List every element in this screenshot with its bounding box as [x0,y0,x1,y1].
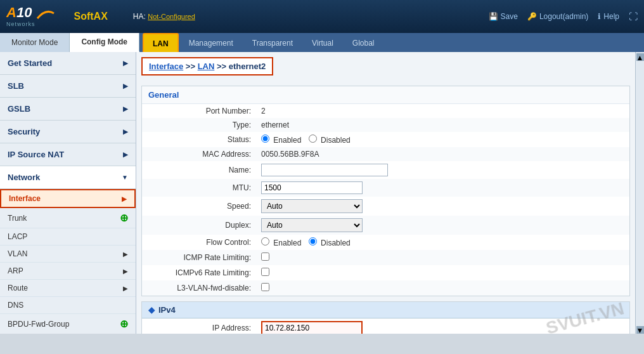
sidebar-item-get-started[interactable]: Get Started ▶ [0,52,136,75]
plus-icon: ⊕ [120,212,128,224]
logo-swoosh-icon [36,7,55,21]
logout-button[interactable]: 🔑 Logout(admin) [527,12,588,21]
sidebar-item-security[interactable]: Security ▶ [0,121,136,143]
sidebar-sub-vlan[interactable]: VLAN ▶ [0,246,136,263]
help-button[interactable]: ℹ Help [598,12,619,21]
sidebar-item-security-label: Security [8,127,40,136]
sidebar-sub-arp-label: ARP [8,266,23,275]
arrow-right-icon: ▶ [123,268,128,275]
arrow-right-icon: ▶ [123,285,128,292]
flow-enabled-radio-label[interactable]: Enabled [261,239,304,247]
general-section-title: General [148,90,179,100]
icmp-rate-value [256,250,629,265]
arrow-right-icon: ▶ [123,82,128,89]
type-value: ethernet [256,118,629,132]
port-number-row: Port Number: 2 [142,104,629,118]
breadcrumb: Interface >> LAN >> ethernet2 [141,57,273,75]
general-form-table: Port Number: 2 Type: ethernet Status: En… [142,104,629,296]
name-input[interactable] [261,164,388,176]
ip-address-value [256,318,629,334]
icmpv6-rate-label: ICMPv6 Rate Limiting: [142,265,256,280]
tab-management-label: Management [189,39,233,48]
icmp-rate-checkbox[interactable] [261,252,269,261]
l3-vlan-checkbox[interactable] [261,283,269,291]
sidebar-sub-trunk[interactable]: Trunk ⊕ [0,208,136,228]
tab-lan[interactable]: LAN [143,33,179,53]
breadcrumb-interface-link[interactable]: Interface [149,62,183,71]
ip-address-label: IP Address: [142,318,256,334]
mtu-label: MTU: [142,179,256,197]
ipv4-section-title: IPv4 [158,305,176,315]
sidebar-item-ip-source-nat[interactable]: IP Source NAT ▶ [0,143,136,166]
sidebar-sub-dns[interactable]: DNS [0,297,136,314]
sidebar-item-ip-source-nat-label: IP Source NAT [8,150,64,159]
logout-label: Logout(admin) [539,12,588,21]
sidebar-sub-dns-label: DNS [8,301,23,310]
flow-disabled-radio-label[interactable]: Disabled [309,239,351,247]
l3-vlan-value [256,280,629,296]
product-label: SoftAX [74,11,108,22]
sidebar-sub-interface[interactable]: Interface ▶ [0,189,136,208]
sidebar-sub-lacp[interactable]: LACP [0,228,136,246]
sidebar-item-slb[interactable]: SLB ▶ [0,75,136,98]
ha-label: HA: [133,12,146,21]
sidebar-sub-route[interactable]: Route ▶ [0,280,136,297]
config-mode-tab[interactable]: Config Mode [70,33,139,52]
status-label: Status: [142,132,256,147]
status-disabled-radio[interactable] [309,134,317,143]
scroll-down-button[interactable]: ▼ [636,326,644,334]
flow-disabled-radio[interactable] [309,237,317,246]
scrollbar[interactable]: ▲ ▼ [635,52,644,334]
ha-status-link[interactable]: Not-Configured [148,13,195,20]
mode-bar: Monitor Mode Config Mode LAN Management … [0,33,644,52]
speed-value: Auto 10 100 1000 [256,197,629,216]
sidebar-item-gslb-label: GSLB [8,104,30,114]
name-label: Name: [142,161,256,179]
fullscreen-button[interactable]: ⛶ [629,11,638,22]
sidebar-item-network[interactable]: Network ▼ [0,166,136,189]
monitor-mode-tab[interactable]: Monitor Mode [0,33,70,52]
ip-address-input[interactable] [261,321,363,334]
mac-address-row: MAC Address: 0050.56BB.9F8A [142,147,629,161]
flow-enabled-text: Enabled [273,239,301,247]
sidebar-item-slb-label: SLB [8,81,24,91]
sidebar-sub-lacp-label: LACP [8,232,27,241]
flow-control-row: Flow Control: Enabled Disabled [142,235,629,250]
speed-label: Speed: [142,197,256,216]
sidebar-item-gslb[interactable]: GSLB ▶ [0,98,136,121]
ipv4-section-header: ◆ IPv4 [142,302,629,318]
type-row: Type: ethernet [142,118,629,132]
plus-icon: ⊕ [120,318,128,330]
status-row: Status: Enabled Disabled [142,132,629,147]
status-enabled-radio-label[interactable]: Enabled [261,136,304,145]
tab-virtual[interactable]: Virtual [303,33,342,53]
tab-transparent[interactable]: Transparent [243,33,302,53]
speed-select[interactable]: Auto 10 100 1000 [261,199,363,213]
sidebar-sub-arp[interactable]: ARP ▶ [0,263,136,280]
mtu-input[interactable] [261,181,363,194]
arrow-right-icon: ▶ [123,128,128,135]
breadcrumb-lan-link[interactable]: LAN [198,62,215,71]
arrow-right-icon: ▶ [123,151,128,158]
sidebar-sub-route-label: Route [8,284,28,292]
flow-enabled-radio[interactable] [261,237,269,246]
config-mode-label: Config Mode [81,37,127,46]
fullscreen-icon: ⛶ [629,11,638,22]
mac-address-value: 0050.56BB.9F8A [256,147,629,161]
general-section: General Port Number: 2 Type: ethernet St… [141,86,630,296]
scroll-up-button[interactable]: ▲ [636,53,644,61]
save-button[interactable]: 💾 Save [489,12,518,21]
monitor-mode-label: Monitor Mode [11,38,58,47]
tab-global[interactable]: Global [344,33,383,53]
duplex-label: Duplex: [142,216,256,235]
icmpv6-rate-checkbox[interactable] [261,268,269,276]
flow-disabled-text: Disabled [321,239,351,247]
duplex-row: Duplex: Auto Half Full [142,216,629,235]
l3-vlan-row: L3-VLAN-fwd-disable: [142,280,629,296]
general-section-header: General [142,86,629,104]
status-disabled-radio-label[interactable]: Disabled [309,136,351,145]
status-enabled-radio[interactable] [261,134,269,143]
sidebar-sub-bpdu-fwd-group[interactable]: BPDU-Fwd-Group ⊕ [0,314,136,334]
tab-management[interactable]: Management [180,33,242,53]
duplex-select[interactable]: Auto Half Full [261,218,363,232]
